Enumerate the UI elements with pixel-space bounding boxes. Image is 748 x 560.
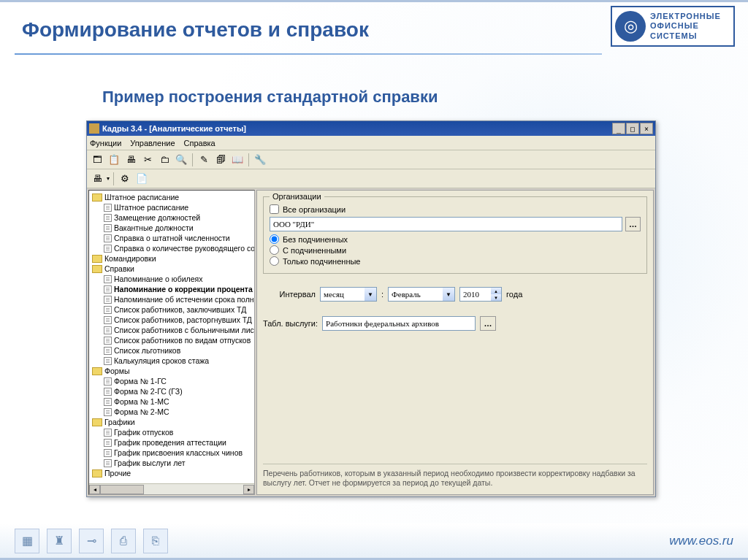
tool-folder-icon[interactable]: 🗀 [157, 153, 172, 167]
tree-leaf[interactable]: График проведения аттестации [89, 437, 254, 448]
menu-functions[interactable]: Функции [90, 139, 121, 147]
year-up-icon[interactable]: ▲ [491, 288, 501, 294]
tree-folder[interactable]: Справки [89, 264, 254, 274]
tool-export-icon[interactable]: 📄 [134, 172, 149, 186]
tool-cut-icon[interactable]: ✂ [140, 153, 155, 167]
interval-unit-select[interactable]: месяц ▼ [320, 287, 377, 302]
tree-leaf[interactable]: Список работников с больничными листа [89, 325, 254, 335]
document-icon [104, 245, 112, 253]
tree-leaf[interactable]: График присвоения классных чинов [89, 448, 254, 458]
tree-leaf[interactable]: Замещение должностей [89, 212, 254, 223]
slide-footer: ▦ ♜ ⊸ ⎙ ⎘ www.eos.ru [0, 523, 748, 560]
tool-book-icon[interactable]: 📖 [230, 153, 245, 167]
all-orgs-checkbox[interactable] [270, 204, 279, 214]
tree-folder[interactable]: Штатное расписание [89, 192, 254, 202]
window-title: Кадры 3.4 - [Аналитические отчеты] [102, 124, 612, 133]
document-icon [104, 337, 112, 345]
document-icon [104, 275, 112, 283]
folder-icon [92, 193, 102, 202]
radio-only-sub[interactable] [270, 256, 279, 266]
tree-item-label: Форма № 2-МС [114, 407, 169, 417]
tree-item-label: Справка о количестве руководящего сос [114, 243, 254, 253]
document-icon [104, 398, 112, 406]
document-icon [104, 214, 112, 222]
radio-with-sub-row[interactable]: С подчиненными [270, 245, 641, 255]
tree-leaf[interactable]: Вакантные должности [89, 223, 254, 233]
tree-item-label: Справка о штатной численности [114, 233, 230, 243]
tree-leaf[interactable]: Форма № 1-МС [89, 396, 254, 407]
tool-print-icon[interactable]: 🖶 [123, 153, 138, 167]
document-icon [104, 449, 112, 457]
maximize-button[interactable]: □ [626, 123, 639, 134]
radio-with-sub[interactable] [270, 245, 279, 255]
chevron-down-icon[interactable]: ▼ [443, 288, 454, 301]
document-icon [104, 377, 112, 386]
tree-leaf[interactable]: Справка о количестве руководящего сос [89, 243, 254, 253]
month-select[interactable]: Февраль ▼ [388, 287, 455, 302]
tree-leaf[interactable]: График выслуги лет [89, 458, 254, 468]
document-icon [104, 439, 112, 447]
minimize-button[interactable]: _ [612, 123, 625, 134]
tool-run-icon[interactable]: ⚙ [118, 172, 132, 186]
tool-edit-icon[interactable]: ✎ [196, 153, 211, 167]
tool-printer-icon[interactable]: 🖶 [90, 172, 104, 186]
footer-icon-3: ⊸ [79, 529, 104, 553]
slide-subtitle: Пример построения стандартной справки [102, 88, 438, 107]
tool-list-icon[interactable]: 📋 [107, 153, 121, 167]
tree-folder[interactable]: Формы [89, 366, 254, 376]
scroll-right-icon[interactable]: ▸ [243, 485, 254, 494]
tree-leaf[interactable]: Список работников, расторгнувших ТД [89, 315, 254, 325]
tree-folder[interactable]: Командировки [89, 253, 254, 264]
document-icon [104, 306, 112, 314]
tree-horizontal-scrollbar[interactable]: ◂ ▸ [89, 483, 254, 494]
year-spinner[interactable]: 2010 ▲ ▼ [459, 287, 502, 302]
menubar: Функции Управление Справка [87, 136, 655, 150]
radio-no-sub[interactable] [270, 234, 279, 244]
tree-leaf[interactable]: Список льготников [89, 345, 254, 356]
tree-leaf[interactable]: Штатное расписание [89, 202, 254, 212]
tree-leaf[interactable]: Список работников по видам отпусков [89, 335, 254, 345]
tree-leaf[interactable]: Форма № 1-ГС [89, 376, 254, 386]
tool-search-icon[interactable]: 🔍 [174, 153, 188, 167]
menu-management[interactable]: Управление [130, 139, 175, 147]
tool-copy-icon[interactable]: 🗐 [213, 153, 228, 167]
table-input[interactable] [322, 316, 476, 331]
document-icon [104, 316, 112, 324]
year-down-icon[interactable]: ▼ [491, 294, 501, 301]
tool-card-icon[interactable]: 🗔 [90, 153, 104, 167]
document-icon [104, 459, 112, 467]
tree-item-label: График отпусков [114, 427, 173, 437]
tree-leaf[interactable]: График отпусков [89, 427, 254, 437]
radio-only-sub-row[interactable]: Только подчиненные [270, 256, 641, 266]
radio-no-sub-row[interactable]: Без подчиненных [270, 234, 641, 244]
document-icon [104, 285, 112, 294]
tree-item-label: Форма № 1-ГС [114, 376, 167, 386]
tree-leaf[interactable]: Напоминание о юбилеях [89, 274, 254, 284]
table-browse-button[interactable]: … [480, 316, 496, 331]
chevron-down-icon[interactable]: ▼ [365, 288, 376, 301]
close-button[interactable]: × [640, 123, 653, 134]
tree-leaf[interactable]: Форма № 2-МС [89, 407, 254, 417]
tool-config-icon[interactable]: 🔧 [253, 153, 267, 167]
tree-item-label: Напоминание об истечении срока полном [114, 294, 254, 304]
tree-leaf[interactable]: Напоминание об истечении срока полном [89, 294, 254, 304]
printer-dropdown-icon[interactable]: ▾ [107, 175, 110, 182]
footer-icon-2: ♜ [47, 529, 72, 553]
tree-leaf[interactable]: Справка о штатной численности [89, 233, 254, 243]
tree-item-label: График проведения аттестации [114, 437, 226, 448]
tree-leaf[interactable]: Калькуляция сроков стажа [89, 356, 254, 366]
tree-leaf[interactable]: Список работников, заключивших ТД [89, 304, 254, 315]
organization-input[interactable] [270, 217, 622, 231]
tree-leaf[interactable]: Напоминание о коррекции процента [89, 284, 254, 294]
tree-folder[interactable]: Графики [89, 417, 254, 427]
scroll-left-icon[interactable]: ◂ [89, 485, 100, 494]
tree-item-label: Список работников с больничными листа [114, 325, 254, 335]
menu-help[interactable]: Справка [184, 139, 215, 147]
organization-browse-button[interactable]: … [625, 217, 641, 231]
all-orgs-checkbox-row[interactable]: Все организации [270, 204, 641, 214]
tree-folder[interactable]: Прочие [89, 468, 254, 478]
all-orgs-label: Все организации [283, 205, 346, 214]
tree-item-label: Список работников, заключивших ТД [114, 304, 246, 315]
tree-leaf[interactable]: Форма № 2-ГС (ГЗ) [89, 386, 254, 396]
table-label: Табл. выслуги: [263, 319, 318, 328]
